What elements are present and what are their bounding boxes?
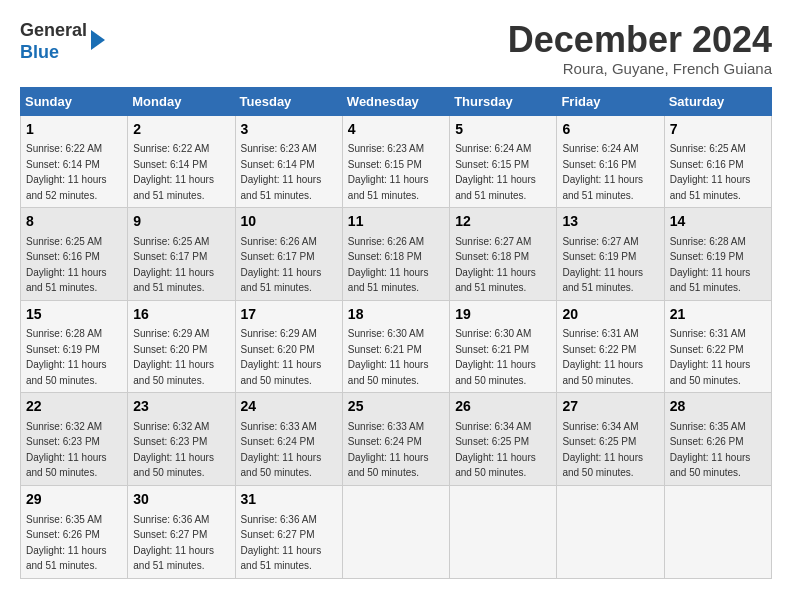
day-number: 20 bbox=[562, 305, 658, 325]
day-number: 15 bbox=[26, 305, 122, 325]
logo-arrow-icon bbox=[91, 30, 105, 50]
table-cell: 10 Sunrise: 6:26 AMSunset: 6:17 PMDaylig… bbox=[235, 208, 342, 301]
table-cell: 11 Sunrise: 6:26 AMSunset: 6:18 PMDaylig… bbox=[342, 208, 449, 301]
day-info: Sunrise: 6:25 AMSunset: 6:16 PMDaylight:… bbox=[670, 143, 751, 201]
day-info: Sunrise: 6:31 AMSunset: 6:22 PMDaylight:… bbox=[670, 328, 751, 386]
col-tuesday: Tuesday bbox=[235, 87, 342, 115]
day-info: Sunrise: 6:33 AMSunset: 6:24 PMDaylight:… bbox=[348, 421, 429, 479]
day-number: 7 bbox=[670, 120, 766, 140]
day-number: 29 bbox=[26, 490, 122, 510]
calendar-header-row: Sunday Monday Tuesday Wednesday Thursday… bbox=[21, 87, 772, 115]
table-cell: 29 Sunrise: 6:35 AMSunset: 6:26 PMDaylig… bbox=[21, 485, 128, 578]
table-cell: 19 Sunrise: 6:30 AMSunset: 6:21 PMDaylig… bbox=[450, 300, 557, 393]
table-cell: 3 Sunrise: 6:23 AMSunset: 6:14 PMDayligh… bbox=[235, 115, 342, 208]
day-info: Sunrise: 6:28 AMSunset: 6:19 PMDaylight:… bbox=[26, 328, 107, 386]
day-info: Sunrise: 6:35 AMSunset: 6:26 PMDaylight:… bbox=[26, 514, 107, 572]
day-number: 30 bbox=[133, 490, 229, 510]
day-number: 12 bbox=[455, 212, 551, 232]
table-row: 8 Sunrise: 6:25 AMSunset: 6:16 PMDayligh… bbox=[21, 208, 772, 301]
day-info: Sunrise: 6:29 AMSunset: 6:20 PMDaylight:… bbox=[241, 328, 322, 386]
day-number: 8 bbox=[26, 212, 122, 232]
day-number: 9 bbox=[133, 212, 229, 232]
table-row: 15 Sunrise: 6:28 AMSunset: 6:19 PMDaylig… bbox=[21, 300, 772, 393]
day-number: 24 bbox=[241, 397, 337, 417]
day-number: 16 bbox=[133, 305, 229, 325]
day-number: 6 bbox=[562, 120, 658, 140]
col-thursday: Thursday bbox=[450, 87, 557, 115]
day-number: 19 bbox=[455, 305, 551, 325]
day-number: 13 bbox=[562, 212, 658, 232]
day-number: 2 bbox=[133, 120, 229, 140]
day-number: 10 bbox=[241, 212, 337, 232]
day-info: Sunrise: 6:32 AMSunset: 6:23 PMDaylight:… bbox=[133, 421, 214, 479]
day-info: Sunrise: 6:36 AMSunset: 6:27 PMDaylight:… bbox=[241, 514, 322, 572]
day-number: 14 bbox=[670, 212, 766, 232]
table-cell: 30 Sunrise: 6:36 AMSunset: 6:27 PMDaylig… bbox=[128, 485, 235, 578]
col-friday: Friday bbox=[557, 87, 664, 115]
day-info: Sunrise: 6:28 AMSunset: 6:19 PMDaylight:… bbox=[670, 236, 751, 294]
day-number: 1 bbox=[26, 120, 122, 140]
day-number: 31 bbox=[241, 490, 337, 510]
day-info: Sunrise: 6:22 AMSunset: 6:14 PMDaylight:… bbox=[26, 143, 107, 201]
day-number: 28 bbox=[670, 397, 766, 417]
day-info: Sunrise: 6:24 AMSunset: 6:15 PMDaylight:… bbox=[455, 143, 536, 201]
table-cell: 5 Sunrise: 6:24 AMSunset: 6:15 PMDayligh… bbox=[450, 115, 557, 208]
day-number: 3 bbox=[241, 120, 337, 140]
day-number: 17 bbox=[241, 305, 337, 325]
day-number: 5 bbox=[455, 120, 551, 140]
table-cell: 7 Sunrise: 6:25 AMSunset: 6:16 PMDayligh… bbox=[664, 115, 771, 208]
page-header: General Blue December 2024 Roura, Guyane… bbox=[20, 20, 772, 77]
day-number: 27 bbox=[562, 397, 658, 417]
day-info: Sunrise: 6:25 AMSunset: 6:17 PMDaylight:… bbox=[133, 236, 214, 294]
table-cell: 8 Sunrise: 6:25 AMSunset: 6:16 PMDayligh… bbox=[21, 208, 128, 301]
day-info: Sunrise: 6:26 AMSunset: 6:17 PMDaylight:… bbox=[241, 236, 322, 294]
col-sunday: Sunday bbox=[21, 87, 128, 115]
table-cell: 2 Sunrise: 6:22 AMSunset: 6:14 PMDayligh… bbox=[128, 115, 235, 208]
day-info: Sunrise: 6:29 AMSunset: 6:20 PMDaylight:… bbox=[133, 328, 214, 386]
day-info: Sunrise: 6:23 AMSunset: 6:14 PMDaylight:… bbox=[241, 143, 322, 201]
table-row: 22 Sunrise: 6:32 AMSunset: 6:23 PMDaylig… bbox=[21, 393, 772, 486]
day-info: Sunrise: 6:22 AMSunset: 6:14 PMDaylight:… bbox=[133, 143, 214, 201]
table-cell-empty bbox=[450, 485, 557, 578]
table-cell: 20 Sunrise: 6:31 AMSunset: 6:22 PMDaylig… bbox=[557, 300, 664, 393]
table-cell: 9 Sunrise: 6:25 AMSunset: 6:17 PMDayligh… bbox=[128, 208, 235, 301]
day-info: Sunrise: 6:33 AMSunset: 6:24 PMDaylight:… bbox=[241, 421, 322, 479]
col-wednesday: Wednesday bbox=[342, 87, 449, 115]
day-info: Sunrise: 6:34 AMSunset: 6:25 PMDaylight:… bbox=[562, 421, 643, 479]
day-info: Sunrise: 6:27 AMSunset: 6:18 PMDaylight:… bbox=[455, 236, 536, 294]
table-cell: 23 Sunrise: 6:32 AMSunset: 6:23 PMDaylig… bbox=[128, 393, 235, 486]
table-cell: 25 Sunrise: 6:33 AMSunset: 6:24 PMDaylig… bbox=[342, 393, 449, 486]
calendar-table: Sunday Monday Tuesday Wednesday Thursday… bbox=[20, 87, 772, 579]
day-info: Sunrise: 6:25 AMSunset: 6:16 PMDaylight:… bbox=[26, 236, 107, 294]
day-info: Sunrise: 6:30 AMSunset: 6:21 PMDaylight:… bbox=[348, 328, 429, 386]
table-cell: 26 Sunrise: 6:34 AMSunset: 6:25 PMDaylig… bbox=[450, 393, 557, 486]
table-cell: 22 Sunrise: 6:32 AMSunset: 6:23 PMDaylig… bbox=[21, 393, 128, 486]
table-cell-empty bbox=[664, 485, 771, 578]
table-cell: 31 Sunrise: 6:36 AMSunset: 6:27 PMDaylig… bbox=[235, 485, 342, 578]
table-row: 1 Sunrise: 6:22 AMSunset: 6:14 PMDayligh… bbox=[21, 115, 772, 208]
location-label: Roura, Guyane, French Guiana bbox=[508, 60, 772, 77]
logo-general: General bbox=[20, 20, 87, 42]
day-number: 25 bbox=[348, 397, 444, 417]
table-cell: 21 Sunrise: 6:31 AMSunset: 6:22 PMDaylig… bbox=[664, 300, 771, 393]
day-number: 11 bbox=[348, 212, 444, 232]
table-cell: 16 Sunrise: 6:29 AMSunset: 6:20 PMDaylig… bbox=[128, 300, 235, 393]
day-info: Sunrise: 6:24 AMSunset: 6:16 PMDaylight:… bbox=[562, 143, 643, 201]
col-monday: Monday bbox=[128, 87, 235, 115]
day-info: Sunrise: 6:35 AMSunset: 6:26 PMDaylight:… bbox=[670, 421, 751, 479]
day-info: Sunrise: 6:32 AMSunset: 6:23 PMDaylight:… bbox=[26, 421, 107, 479]
table-cell: 13 Sunrise: 6:27 AMSunset: 6:19 PMDaylig… bbox=[557, 208, 664, 301]
table-cell: 17 Sunrise: 6:29 AMSunset: 6:20 PMDaylig… bbox=[235, 300, 342, 393]
table-cell: 28 Sunrise: 6:35 AMSunset: 6:26 PMDaylig… bbox=[664, 393, 771, 486]
day-number: 23 bbox=[133, 397, 229, 417]
day-number: 26 bbox=[455, 397, 551, 417]
table-cell: 6 Sunrise: 6:24 AMSunset: 6:16 PMDayligh… bbox=[557, 115, 664, 208]
table-cell: 12 Sunrise: 6:27 AMSunset: 6:18 PMDaylig… bbox=[450, 208, 557, 301]
day-number: 21 bbox=[670, 305, 766, 325]
table-cell-empty bbox=[557, 485, 664, 578]
logo: General Blue bbox=[20, 20, 105, 63]
day-info: Sunrise: 6:27 AMSunset: 6:19 PMDaylight:… bbox=[562, 236, 643, 294]
month-title: December 2024 bbox=[508, 20, 772, 60]
day-number: 22 bbox=[26, 397, 122, 417]
title-section: December 2024 Roura, Guyane, French Guia… bbox=[508, 20, 772, 77]
